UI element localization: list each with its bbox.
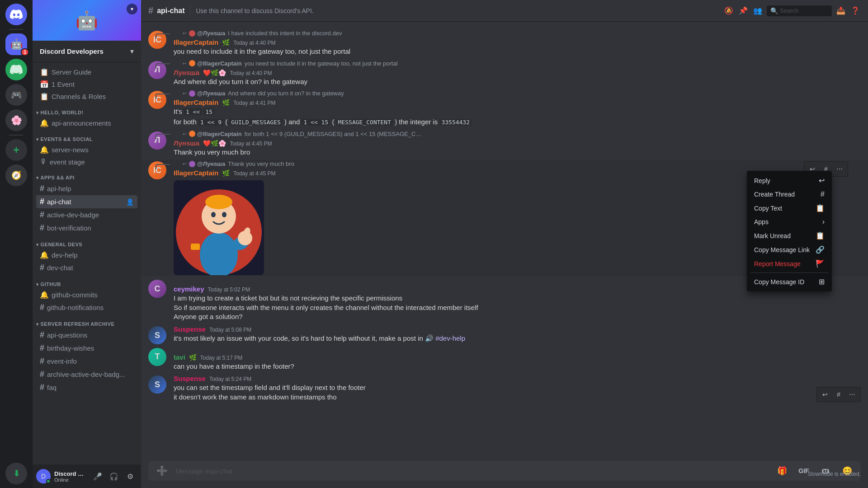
message-text-2: for both 1 << 9 ( GUILD_MESSAGES ) and 1…: [174, 117, 861, 127]
reply-username[interactable]: @Лунsша: [197, 30, 225, 37]
section-github[interactable]: ▾ GITHUB: [33, 274, 141, 289]
dev-help-label: dev-help: [52, 251, 134, 259]
attach-button[interactable]: ➕: [152, 461, 172, 481]
mark-unread-icon: 📋: [816, 231, 825, 240]
channel-item-server-news[interactable]: 🔔 server-news: [36, 144, 137, 156]
report-label: Report Message: [754, 260, 801, 267]
add-server-button[interactable]: +: [5, 139, 27, 161]
settings-button[interactable]: ⚙: [123, 469, 137, 483]
context-menu-reply[interactable]: Reply ↩: [750, 174, 828, 188]
svg-point-3: [211, 212, 216, 217]
more-actions-btn-2[interactable]: ⋯: [846, 388, 859, 401]
message-input[interactable]: [175, 462, 769, 480]
channel-item-active-dev-badge[interactable]: # active-dev-badge: [36, 208, 137, 221]
context-menu-report-message[interactable]: Report Message 🚩: [750, 257, 828, 271]
thread-icon: #: [821, 190, 825, 198]
channel-item-event-stage[interactable]: 🎙 event stage: [36, 156, 137, 168]
help-button[interactable]: ❓: [850, 5, 861, 16]
channel-item-github-notifications[interactable]: # github-notifications: [36, 301, 137, 314]
channel-item-channels-roles[interactable]: 📋 Channels & Roles: [36, 90, 137, 103]
thread-action-btn-2[interactable]: #: [832, 388, 845, 401]
channel-item-archive-active-dev[interactable]: # archive-active-dev-badg...: [36, 368, 137, 381]
server-icon-discord-developers[interactable]: 🤖 1: [5, 33, 27, 55]
message-username[interactable]: ceymikey: [174, 285, 204, 293]
context-menu-copy-message-link[interactable]: Copy Message Link 🔗: [750, 243, 828, 257]
channel-item-event-info[interactable]: # event-info: [36, 355, 137, 368]
context-menu-copy-text[interactable]: Copy Text 📋: [750, 201, 828, 215]
search-bar[interactable]: 🔍 Search: [767, 5, 832, 16]
section-apps-api[interactable]: ▾ APPS && API: [33, 168, 141, 182]
channel-item-api-questions[interactable]: # api-questions: [36, 328, 137, 342]
deafen-button[interactable]: 🎧: [107, 469, 121, 483]
dev-help-icon: 🔔: [40, 251, 49, 259]
reply-username[interactable]: @IllagerCaptain: [197, 131, 242, 137]
members-list-button[interactable]: 👥: [752, 5, 763, 16]
user-avatar[interactable]: D: [36, 469, 51, 483]
message-username[interactable]: IllagerCaptain: [174, 99, 218, 106]
channel-item-bot-verification[interactable]: # bot-verification: [36, 221, 137, 235]
section-general-devs[interactable]: ▾ GENERAL DEVS: [33, 235, 141, 249]
gift-button[interactable]: 🎁: [772, 461, 792, 481]
message-username[interactable]: Лунsша: [174, 69, 199, 76]
channel-item-api-chat[interactable]: # api-chat 👤: [36, 195, 137, 208]
pin-button[interactable]: 📌: [738, 5, 749, 16]
bot-verification-label: bot-verification: [47, 224, 134, 232]
channel-item-dev-help[interactable]: 🔔 dev-help: [36, 249, 137, 261]
server-icon-2[interactable]: 🎮: [5, 84, 27, 106]
channel-item-github-commits[interactable]: 🔔 github-commits: [36, 289, 137, 301]
channel-item-api-announcements[interactable]: 🔔 api-announcements: [36, 117, 137, 129]
bell-button[interactable]: 🔕: [723, 5, 734, 16]
channel-item-api-help[interactable]: # api-help: [36, 182, 137, 195]
more-actions-button[interactable]: ⋯: [833, 163, 846, 175]
context-menu-apps[interactable]: Apps ›: [750, 215, 828, 229]
archive-label: archive-active-dev-badg...: [47, 371, 134, 378]
download-button[interactable]: ⬇: [5, 463, 27, 484]
main-content: # api-chat Use this channel to discuss D…: [141, 0, 868, 488]
message-timestamp: Today at 4:45 PM: [233, 170, 275, 177]
message-username[interactable]: IllagerCaptain: [174, 38, 218, 46]
message-username[interactable]: Suspense: [174, 325, 206, 333]
channel-item-server-guide[interactable]: 📋 Server Guide: [36, 66, 137, 78]
reply-header: @Лунsша: [189, 90, 225, 97]
github-notifications-label: github-notifications: [47, 304, 134, 311]
svg-rect-9: [191, 244, 200, 250]
user-panel: D Discord Pr... Online 🎤 🎧 ⚙: [33, 465, 141, 488]
reply-username[interactable]: @IllagerCaptain: [197, 60, 242, 67]
reply-action-btn-2[interactable]: ↩: [819, 388, 831, 401]
discord-icon[interactable]: [5, 4, 27, 25]
server-icon-3[interactable]: 🌸: [5, 109, 27, 131]
birthday-wishes-label: birthday-wishes: [47, 344, 134, 352]
section-server-refresh[interactable]: ▾ SERVER REFRESH ARCHIVE: [33, 314, 141, 328]
reply-username[interactable]: @Лунsша: [197, 90, 225, 97]
messages-area[interactable]: IC ↩ @Лунsша I have included this intent…: [141, 22, 868, 461]
channel-item-birthday-wishes[interactable]: # birthday-wishes: [36, 342, 137, 355]
server-header[interactable]: Discord Developers ▾: [33, 41, 141, 62]
context-menu-mark-unread[interactable]: Mark Unread 📋: [750, 229, 828, 243]
channel-header-name: api-chat: [157, 7, 184, 15]
server-icon-1[interactable]: [5, 59, 27, 80]
message-username[interactable]: Suspense: [174, 375, 206, 382]
api-chat-hash-icon: #: [40, 197, 44, 206]
inbox-button[interactable]: 📥: [835, 5, 846, 16]
message-username[interactable]: IllagerCaptain: [174, 169, 218, 177]
message-header: Suspense Today at 5:08 PM: [174, 325, 861, 333]
emoji-badge: 🌿: [222, 99, 230, 106]
context-menu-create-thread[interactable]: Create Thread #: [750, 188, 828, 201]
server-options-button[interactable]: ▾: [127, 4, 137, 14]
explore-servers-button[interactable]: 🧭: [5, 164, 27, 186]
api-help-label: api-help: [47, 185, 134, 192]
channel-item-1-event[interactable]: 📅 1 Event: [36, 78, 137, 90]
notification-badge: 1: [21, 48, 29, 56]
message-username[interactable]: tavi: [174, 353, 185, 361]
section-hello-world[interactable]: ▾ HELLO, WORLD!: [33, 103, 141, 117]
mute-button[interactable]: 🎤: [90, 469, 105, 483]
dev-help-mention[interactable]: 🔊 #dev-help: [425, 334, 465, 342]
message-content: Suspense Today at 5:08 PM it's most like…: [174, 325, 861, 343]
context-menu-copy-message-id[interactable]: Copy Message ID ⊞: [750, 275, 828, 289]
api-questions-label: api-questions: [47, 331, 134, 339]
reply-username[interactable]: @Лунsша: [197, 160, 225, 167]
channel-item-faq[interactable]: # faq: [36, 381, 137, 394]
channel-item-dev-chat[interactable]: # dev-chat: [36, 261, 137, 274]
message-username[interactable]: Лунsша: [174, 139, 199, 147]
section-events-social[interactable]: ▾ EVENTS && SOCIAL: [33, 129, 141, 144]
